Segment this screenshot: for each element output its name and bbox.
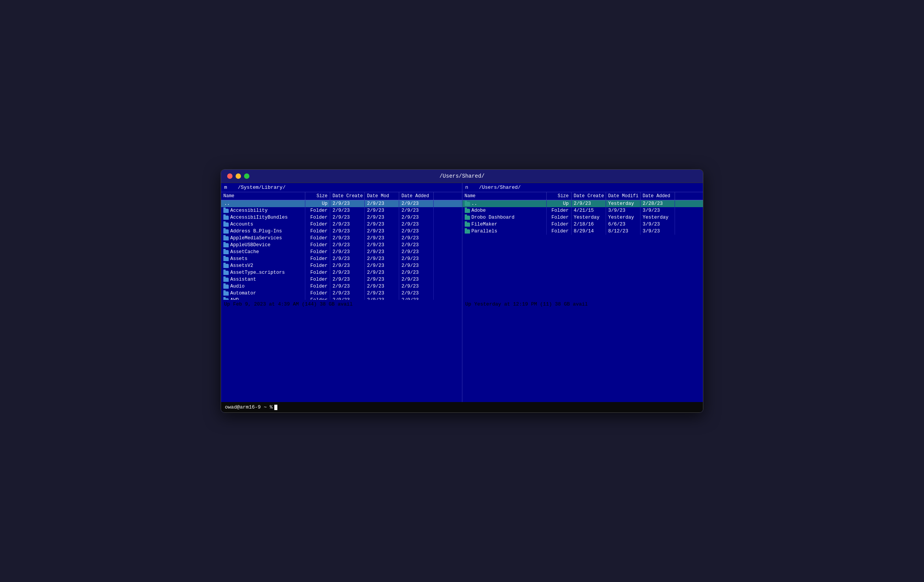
file-size-cell: Up (547, 200, 572, 207)
table-row[interactable]: AccountsFolder2/9/232/9/232/9/23 (221, 221, 462, 228)
file-date-modified-cell: 2/9/23 (365, 214, 399, 221)
file-size-cell: Folder (305, 235, 330, 242)
table-row[interactable]: Address B…Plug-InsFolder2/9/232/9/232/9/… (221, 228, 462, 235)
right-col-date-added[interactable]: Date Added (640, 192, 675, 200)
file-date-modified-cell: 2/9/23 (365, 256, 399, 262)
folder-icon (465, 216, 470, 220)
file-size-cell: Folder (547, 214, 572, 221)
left-col-date-created[interactable]: Date Create (330, 192, 365, 200)
file-date-created-cell: Yesterday (572, 214, 606, 221)
left-pane-tab[interactable]: m (224, 185, 227, 190)
file-date-created-cell: 2/18/16 (572, 221, 606, 228)
finder-window: /Users/Shared/ m /System/Library/ Name S… (221, 169, 703, 413)
file-size-cell: Folder (305, 214, 330, 221)
file-name-cell: Assets (221, 256, 305, 262)
minimize-button[interactable] (236, 173, 241, 179)
file-name-cell: Accounts (221, 221, 305, 228)
file-date-added-cell: 2/28/23 (640, 200, 675, 207)
table-row[interactable]: AppleMediaServicesFolder2/9/232/9/232/9/… (221, 235, 462, 242)
file-date-modified-cell: Yesterday (606, 214, 640, 221)
table-row[interactable]: AppleUSBDeviceFolder2/9/232/9/232/9/23 (221, 242, 462, 249)
table-row[interactable]: ParallelsFolder8/29/148/12/233/9/23 (462, 228, 703, 235)
file-date-created-cell: 2/9/23 (330, 200, 365, 207)
folder-icon (223, 250, 229, 254)
file-date-modified-cell: 2/9/23 (365, 235, 399, 242)
file-name-cell: AssetType…scriptors (221, 269, 305, 276)
table-row[interactable]: AudioFolder2/9/232/9/232/9/23 (221, 283, 462, 290)
table-row[interactable]: ..Up2/9/232/9/232/9/23 (221, 200, 462, 207)
file-date-added-cell: 2/9/23 (399, 262, 434, 269)
file-size-cell: Folder (547, 221, 572, 228)
table-row[interactable]: AutomatorFolder2/9/232/9/232/9/23 (221, 290, 462, 297)
maximize-button[interactable] (244, 173, 249, 179)
table-row[interactable]: AssistantFolder2/9/232/9/232/9/23 (221, 276, 462, 283)
file-name-cell: .. (462, 200, 547, 207)
folder-icon (223, 223, 229, 227)
right-file-list[interactable]: ..Up2/9/23Yesterday2/28/23AdobeFolder4/2… (462, 200, 703, 300)
file-date-added-cell: 2/9/23 (399, 207, 434, 214)
right-col-name[interactable]: Name (462, 192, 547, 200)
file-date-created-cell: 2/9/23 (330, 249, 365, 256)
file-date-modified-cell: 2/9/23 (365, 249, 399, 256)
right-col-date-created[interactable]: Date Create (572, 192, 606, 200)
close-button[interactable] (227, 173, 233, 179)
folder-icon (465, 223, 470, 227)
terminal-bar: owad@arm16-9 ~ % (221, 402, 703, 412)
right-pane-path: /Users/Shared/ (479, 185, 521, 190)
right-pane: n /Users/Shared/ Name Size Date Create D… (462, 183, 703, 402)
folder-icon (223, 257, 229, 261)
right-pane-tab[interactable]: n (465, 185, 469, 190)
left-col-size[interactable]: Size (305, 192, 330, 200)
folder-icon (223, 243, 229, 247)
folder-icon (223, 216, 229, 220)
main-content: m /System/Library/ Name Size Date Create… (221, 183, 703, 412)
file-date-created-cell: 2/9/23 (330, 242, 365, 249)
left-file-list[interactable]: ..Up2/9/232/9/232/9/23AccessibilityFolde… (221, 200, 462, 300)
folder-icon (223, 229, 229, 234)
left-status-bar: Up Feb 9, 2023 at 4:39 AM (144) 38 GB av… (221, 300, 462, 402)
file-date-added-cell: 2/9/23 (399, 276, 434, 283)
table-row[interactable]: AdobeFolder4/21/153/9/233/9/23 (462, 207, 703, 214)
left-col-date-modified[interactable]: Date Mod (365, 192, 399, 200)
table-row[interactable]: AssetsV2Folder2/9/232/9/232/9/23 (221, 262, 462, 269)
table-row[interactable]: AssetsFolder2/9/232/9/232/9/23 (221, 256, 462, 262)
table-row[interactable]: ..Up2/9/23Yesterday2/28/23 (462, 200, 703, 207)
file-name-cell: Automator (221, 290, 305, 297)
table-row[interactable]: Drobo DashboardFolderYesterdayYesterdayY… (462, 214, 703, 221)
title-bar: /Users/Shared/ (221, 170, 703, 183)
folder-icon (223, 278, 229, 282)
file-date-modified-cell: 2/9/23 (365, 283, 399, 290)
left-col-date-added[interactable]: Date Added (399, 192, 434, 200)
file-date-modified-cell: 2/9/23 (365, 242, 399, 249)
file-size-cell: Folder (305, 249, 330, 256)
table-row[interactable]: FileMakerFolder2/18/166/6/233/9/23 (462, 221, 703, 228)
folder-icon (223, 291, 229, 295)
file-date-added-cell: 2/9/23 (399, 283, 434, 290)
file-size-cell: Folder (305, 297, 330, 300)
table-row[interactable]: AccessibilityFolder2/9/232/9/232/9/23 (221, 207, 462, 214)
folder-icon (223, 285, 229, 289)
table-row[interactable]: AssetCacheFolder2/9/232/9/232/9/23 (221, 249, 462, 256)
right-col-size[interactable]: Size (547, 192, 572, 200)
file-size-cell: Folder (305, 290, 330, 297)
table-row[interactable]: AWDFolder2/9/232/9/232/9/23 (221, 297, 462, 300)
file-date-created-cell: 2/9/23 (330, 235, 365, 242)
file-date-modified-cell: 3/9/23 (606, 207, 640, 214)
left-pane: m /System/Library/ Name Size Date Create… (221, 183, 462, 402)
file-name-cell: Accessibility (221, 207, 305, 214)
file-size-cell: Folder (547, 228, 572, 235)
file-date-modified-cell: 2/9/23 (365, 290, 399, 297)
left-col-name[interactable]: Name (221, 192, 305, 200)
table-row[interactable]: AssetType…scriptorsFolder2/9/232/9/232/9… (221, 269, 462, 276)
file-date-added-cell: 2/9/23 (399, 297, 434, 300)
file-size-cell: Folder (305, 228, 330, 235)
file-name-cell: AccessibiIityBundles (221, 214, 305, 221)
file-date-created-cell: 2/9/23 (330, 283, 365, 290)
file-date-created-cell: 8/29/14 (572, 228, 606, 235)
file-size-cell: Folder (305, 242, 330, 249)
right-status-bar: Up Yesterday at 12:19 PM (11) 38 GB avai… (462, 300, 703, 402)
file-name-cell: AssetsV2 (221, 262, 305, 269)
right-col-date-modified[interactable]: Date Modifi (606, 192, 640, 200)
table-row[interactable]: AccessibiIityBundlesFolder2/9/232/9/232/… (221, 214, 462, 221)
file-date-created-cell: 2/9/23 (330, 262, 365, 269)
